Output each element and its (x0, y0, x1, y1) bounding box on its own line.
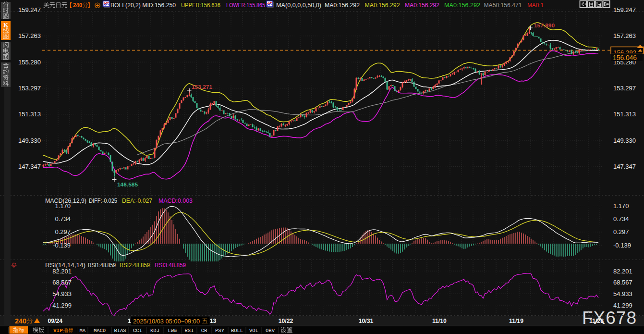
svg-text:BOLL: BOLL (231, 328, 243, 334)
svg-text:13: 13 (210, 318, 217, 324)
svg-text:DEA:-0.027: DEA:-0.027 (122, 198, 152, 204)
svg-text:CR: CR (201, 328, 207, 334)
svg-text:41.299: 41.299 (52, 302, 72, 309)
svg-text:MA0:156.292: MA0:156.292 (444, 2, 480, 9)
svg-text:MACD(26,12,9): MACD(26,12,9) (45, 198, 86, 204)
svg-text:157.263: 157.263 (18, 32, 41, 39)
svg-text:BOLL(20,2) MID:156.250: BOLL(20,2) MID:156.250 (110, 2, 176, 9)
svg-text:MA50:156.471: MA50:156.471 (484, 2, 522, 9)
svg-text:MACD: MACD (94, 328, 106, 334)
svg-text:K: K (3, 21, 9, 28)
svg-text:MA: MA (79, 328, 85, 334)
svg-text:159.247: 159.247 (18, 6, 41, 13)
svg-text:153.297: 153.297 (613, 85, 636, 92)
svg-text:OBV: OBV (266, 328, 275, 334)
svg-text:157.890: 157.890 (534, 23, 555, 28)
svg-text:VIP: VIP (53, 328, 63, 334)
svg-text:149.330: 149.330 (613, 137, 636, 144)
svg-text:RSI3:48.859: RSI3:48.859 (155, 262, 186, 269)
svg-text:BIAS: BIAS (114, 328, 126, 334)
svg-text:MA0:156.292: MA0:156.292 (365, 2, 400, 9)
svg-text:MACD:0.003: MACD:0.003 (158, 198, 193, 204)
svg-text:147.347: 147.347 (18, 163, 41, 170)
svg-text:41.299: 41.299 (613, 302, 632, 309)
svg-text:LOWER:155.865: LOWER:155.865 (226, 2, 265, 9)
svg-text:1: 1 (128, 318, 131, 324)
svg-text:MA0:156.292: MA0:156.292 (325, 2, 360, 9)
svg-text:82.201: 82.201 (613, 268, 632, 275)
svg-text:151.313: 151.313 (18, 111, 41, 118)
svg-text:240: 240 (73, 2, 82, 9)
svg-text:0.297: 0.297 (613, 228, 629, 235)
svg-text:CCI: CCI (133, 328, 142, 334)
svg-text:RSI2:48.859: RSI2:48.859 (120, 262, 150, 269)
svg-text:147.347: 147.347 (613, 163, 636, 170)
svg-text:0.734: 0.734 (55, 215, 71, 223)
svg-text:151.313: 151.313 (613, 111, 636, 118)
svg-text:LW&: LW& (168, 328, 178, 334)
svg-text:10/31: 10/31 (359, 318, 374, 324)
svg-text:68.567: 68.567 (613, 279, 632, 286)
svg-text:11/10: 11/10 (432, 318, 447, 324)
svg-text:UPPER:156.636: UPPER:156.636 (181, 2, 220, 9)
svg-text:-0.139: -0.139 (613, 242, 631, 249)
svg-text:54.933: 54.933 (613, 290, 632, 297)
svg-text:MA(0,0,0,0,50,0): MA(0,0,0,0,50,0) (276, 2, 321, 9)
svg-text:146.585: 146.585 (117, 182, 138, 187)
svg-text:0.734: 0.734 (613, 215, 629, 223)
svg-text:1.170: 1.170 (613, 202, 629, 210)
svg-text:156.046: 156.046 (613, 54, 637, 62)
svg-text:10/22: 10/22 (279, 318, 293, 324)
svg-text:153.271: 153.271 (192, 84, 213, 90)
svg-text:RSI1:48.859: RSI1:48.859 (88, 262, 116, 269)
svg-text:MA0:1: MA0:1 (527, 2, 544, 9)
svg-text:VOL: VOL (249, 328, 258, 334)
svg-text:PSY: PSY (215, 328, 225, 334)
svg-text:157.263: 157.263 (613, 32, 636, 39)
svg-text:11/28: 11/28 (589, 318, 604, 324)
svg-text:09/24: 09/24 (48, 318, 62, 324)
svg-text:KDJ: KDJ (150, 328, 159, 334)
svg-text:155.280: 155.280 (18, 59, 41, 66)
svg-text:RSI(14,14,14): RSI(14,14,14) (45, 262, 85, 269)
svg-text:11/19: 11/19 (509, 318, 523, 324)
svg-text:149.330: 149.330 (18, 137, 41, 144)
svg-text:-0.139: -0.139 (53, 242, 71, 249)
svg-text:159.247: 159.247 (613, 6, 636, 13)
svg-text:0.297: 0.297 (55, 228, 71, 235)
svg-text:DIFF:-0.025: DIFF:-0.025 (89, 198, 117, 204)
svg-text:RSI: RSI (185, 328, 194, 334)
svg-text:68.567: 68.567 (52, 279, 72, 286)
svg-text:54.933: 54.933 (52, 290, 72, 297)
svg-text:240: 240 (15, 317, 26, 325)
svg-text:2025/10/03 05:00~09:00: 2025/10/03 05:00~09:00 (133, 318, 200, 325)
svg-text:MA0:156.292: MA0:156.292 (405, 2, 439, 9)
svg-text:153.297: 153.297 (18, 85, 41, 92)
